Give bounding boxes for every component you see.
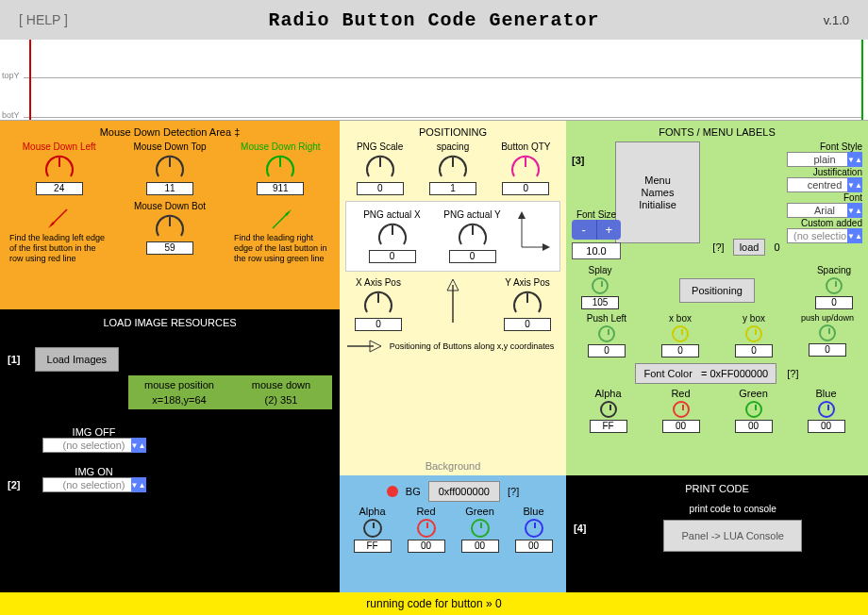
- y-box-knob[interactable]: [745, 325, 762, 342]
- mouse-top-value[interactable]: 11: [146, 182, 193, 195]
- font-red-knob[interactable]: [673, 401, 690, 418]
- button-qty-value[interactable]: 0: [502, 182, 549, 195]
- font-color-value: = 0xFF000000: [701, 368, 768, 379]
- bg-color-button[interactable]: 0xff000000: [428, 481, 500, 502]
- png-actual-x-value[interactable]: 0: [369, 250, 416, 263]
- bg-red-knob[interactable]: [417, 519, 436, 538]
- font-color-help-link[interactable]: [?]: [787, 368, 798, 379]
- svg-marker-14: [518, 211, 526, 219]
- mouse-top-knob[interactable]: [153, 154, 187, 180]
- font-size-minus-button[interactable]: -: [572, 220, 596, 240]
- mouse-bot-value[interactable]: 59: [146, 241, 193, 255]
- font-size-label: Font Size: [572, 209, 621, 220]
- ruler-area[interactable]: topY botY: [0, 40, 868, 121]
- bg-blue-value[interactable]: 00: [515, 540, 553, 553]
- ruler-boty-label: botY: [2, 110, 20, 120]
- splay-value[interactable]: 105: [581, 296, 619, 309]
- mouse-position-info: mouse position x=188,y=64: [128, 375, 230, 409]
- font-size-value[interactable]: 10.0: [572, 242, 621, 259]
- green-arrow-icon: [268, 205, 296, 233]
- font-red-value[interactable]: 00: [662, 420, 700, 433]
- font-spacing-label: Spacing: [806, 265, 862, 275]
- bg-green-knob[interactable]: [471, 519, 490, 538]
- bg-red-value[interactable]: 00: [408, 540, 445, 553]
- y-axis-knob[interactable]: [510, 290, 544, 316]
- font-green-value[interactable]: 00: [735, 420, 773, 433]
- load-images-button[interactable]: Load Images: [35, 347, 120, 372]
- bg-help-link[interactable]: [?]: [508, 486, 519, 497]
- x-box-value[interactable]: 0: [661, 344, 699, 357]
- step-4-label: [4]: [574, 523, 586, 534]
- background-title: Background: [340, 457, 566, 475]
- y-axis-value[interactable]: 0: [504, 318, 551, 331]
- push-ud-label: push up/down: [793, 313, 862, 323]
- png-scale-knob[interactable]: [363, 154, 397, 180]
- png-actual-x-label: PNG actual X: [354, 209, 430, 220]
- print-code-title: PRINT CODE: [574, 483, 860, 494]
- x-axis-knob[interactable]: [361, 290, 395, 316]
- bg-alpha-label: Alpha: [354, 506, 392, 517]
- font-style-select[interactable]: plain▼▲: [787, 152, 862, 167]
- push-left-value[interactable]: 0: [588, 344, 626, 357]
- mouse-left-knob[interactable]: [42, 154, 76, 180]
- png-actual-x-knob[interactable]: [376, 222, 409, 248]
- bg-blue-knob[interactable]: [525, 519, 543, 538]
- font-spacing-knob[interactable]: [826, 277, 843, 294]
- bg-alpha-knob[interactable]: [363, 519, 382, 538]
- font-color-button[interactable]: Font Color = 0xFF000000: [635, 363, 776, 384]
- font-size-plus-button[interactable]: +: [596, 220, 622, 240]
- font-select[interactable]: Arial▼▲: [787, 203, 862, 218]
- y-box-value[interactable]: 0: [735, 344, 773, 357]
- font-blue-value[interactable]: 00: [808, 420, 845, 433]
- mouse-right-knob[interactable]: [263, 154, 297, 180]
- bg-indicator-icon: [387, 486, 398, 497]
- y-axis-label: Y Axis Pos: [494, 277, 560, 288]
- ruler-line-bot: [24, 117, 863, 118]
- mouse-down-info-label: mouse down: [238, 379, 325, 391]
- push-left-knob[interactable]: [598, 325, 615, 342]
- help-link[interactable]: [ HELP ]: [19, 12, 68, 27]
- ruler-topy-label: topY: [2, 71, 20, 80]
- menu-initialise-button[interactable]: Menu Names Initialise: [615, 141, 700, 243]
- img-off-label: IMG OFF: [42, 426, 146, 438]
- spacing-value[interactable]: 1: [429, 182, 476, 195]
- splay-knob[interactable]: [592, 277, 609, 294]
- ruler-line-top: [24, 77, 863, 78]
- push-ud-value[interactable]: 0: [809, 343, 846, 357]
- png-actual-y-knob[interactable]: [456, 222, 490, 248]
- img-off-select[interactable]: (no selection) ▼▲: [42, 438, 146, 453]
- push-ud-knob[interactable]: [819, 324, 836, 341]
- svg-marker-4: [48, 222, 55, 228]
- fonts-help-link[interactable]: [?]: [712, 241, 724, 253]
- positioning-button[interactable]: Positioning: [679, 278, 755, 303]
- img-on-select[interactable]: (no selection) ▼▲: [42, 477, 146, 492]
- font-green-knob[interactable]: [745, 401, 762, 418]
- button-qty-label: Button QTY: [492, 141, 560, 152]
- justification-label: Justification: [706, 167, 862, 177]
- splay-label: Splay: [572, 265, 628, 275]
- x-axis-value[interactable]: 0: [355, 318, 402, 331]
- green-marker-line[interactable]: [861, 40, 863, 120]
- font-blue-knob[interactable]: [818, 401, 835, 418]
- x-box-knob[interactable]: [672, 325, 689, 342]
- custom-select[interactable]: (no selection)▼▲: [787, 228, 862, 243]
- font-alpha-value[interactable]: FF: [590, 420, 627, 433]
- custom-label: Custom added: [706, 218, 862, 228]
- mouse-right-value[interactable]: 911: [257, 182, 304, 195]
- png-scale-value[interactable]: 0: [357, 182, 404, 195]
- spacing-knob[interactable]: [436, 154, 470, 180]
- red-marker-line[interactable]: [29, 40, 31, 120]
- font-alpha-knob[interactable]: [600, 401, 617, 418]
- mouse-left-value[interactable]: 24: [36, 182, 83, 195]
- button-qty-knob[interactable]: [509, 154, 542, 180]
- bg-alpha-value[interactable]: FF: [354, 540, 392, 553]
- justification-select[interactable]: centred▼▲: [787, 177, 862, 192]
- mouse-bot-knob[interactable]: [153, 213, 187, 240]
- print-console-button[interactable]: Panel -> LUA Console: [663, 520, 802, 552]
- axis-icon: [514, 209, 552, 257]
- chevron-down-icon: ▼▲: [847, 177, 862, 192]
- png-actual-y-value[interactable]: 0: [449, 250, 496, 263]
- font-spacing-value[interactable]: 0: [815, 296, 853, 309]
- load-font-button[interactable]: load: [733, 239, 766, 256]
- bg-green-value[interactable]: 00: [461, 540, 499, 553]
